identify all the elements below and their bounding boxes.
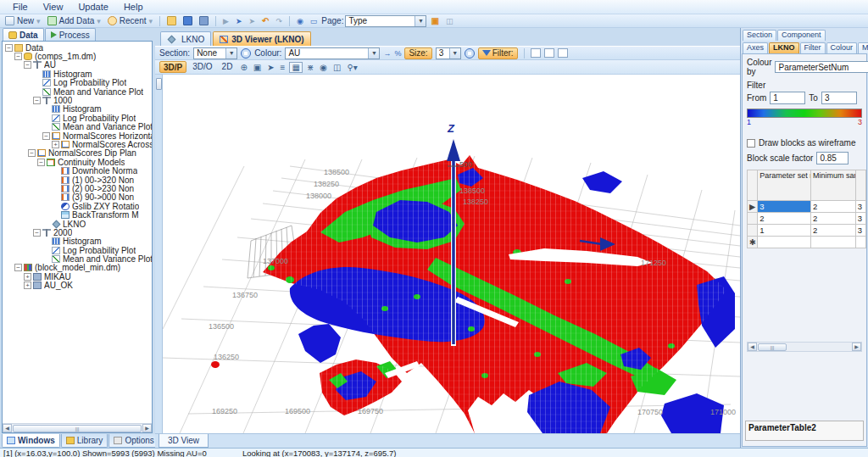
- tree-item-au[interactable]: −AU: [3, 61, 152, 70]
- cell[interactable]: 3: [855, 225, 865, 237]
- colour-input[interactable]: [286, 48, 368, 58]
- open-button[interactable]: [164, 15, 179, 27]
- mode-2d[interactable]: 2D: [219, 61, 236, 73]
- menu-view[interactable]: View: [36, 1, 71, 13]
- tab-section[interactable]: Section: [743, 30, 776, 41]
- cell[interactable]: 2: [811, 213, 856, 225]
- page-type-input[interactable]: [346, 16, 415, 25]
- tree-item-continuity-models[interactable]: −Continuity Models: [3, 158, 152, 166]
- select-button[interactable]: ➤: [233, 15, 245, 27]
- row-selector-icon[interactable]: ▶: [748, 201, 758, 213]
- strip-collapse-button[interactable]: [156, 78, 162, 90]
- collapse-icon[interactable]: −: [5, 44, 13, 52]
- block-scale-input[interactable]: [816, 152, 849, 164]
- tree-item-1000-logprob[interactable]: Log Probability Plot: [3, 114, 152, 122]
- size-chip[interactable]: Size:: [404, 47, 431, 59]
- measure-icon[interactable]: ≡: [279, 63, 287, 72]
- tree-item-downhole-normal[interactable]: Downhole Norma: [3, 166, 152, 175]
- tree-item-1000[interactable]: −1000: [3, 96, 152, 104]
- tab-lkno-props[interactable]: LKNO: [769, 42, 799, 53]
- tree-item-variogram-3[interactable]: (3) 90->000 Non: [3, 193, 152, 202]
- window-icon[interactable]: ◫: [331, 63, 342, 72]
- tree-item-block-model[interactable]: −(block_model_min.dm): [3, 264, 152, 272]
- pan-icon[interactable]: ⊕: [238, 63, 248, 72]
- axes-icon[interactable]: ⋇: [305, 63, 315, 72]
- chevron-down-icon[interactable]: ▼: [225, 48, 236, 59]
- tab-lkno[interactable]: LKNO: [160, 31, 211, 46]
- mode-3d-ortho[interactable]: 3D/O: [189, 61, 215, 73]
- cell[interactable]: 2: [758, 213, 811, 225]
- scroll-left-icon[interactable]: ◀: [3, 424, 12, 432]
- tab-data[interactable]: Data: [3, 28, 44, 41]
- select-tool-icon[interactable]: ➤: [265, 63, 275, 72]
- scroll-right-icon[interactable]: ▶: [852, 343, 861, 351]
- collapse-icon[interactable]: −: [14, 53, 22, 60]
- tree-item-1000-histogram[interactable]: Histogram: [3, 105, 152, 114]
- tab-3d-view[interactable]: 3D View: [159, 434, 209, 448]
- tab-filter[interactable]: Filter: [800, 42, 826, 53]
- zoom-window-icon[interactable]: ▣: [252, 63, 263, 72]
- tab-axes[interactable]: Axes: [743, 42, 768, 53]
- menu-update[interactable]: Update: [70, 1, 115, 13]
- window-split-button[interactable]: ◫: [443, 15, 456, 27]
- cell[interactable]: [811, 237, 856, 248]
- size-combo[interactable]: ▼: [436, 47, 461, 59]
- scrollbar-thumb[interactable]: |||: [13, 425, 142, 432]
- expand-icon[interactable]: +: [24, 281, 31, 289]
- scroll-left-icon[interactable]: ◀: [748, 343, 757, 351]
- collapse-icon[interactable]: −: [33, 97, 41, 104]
- chevron-down-icon[interactable]: ▼: [415, 16, 426, 26]
- zoom-page-button[interactable]: ◉: [294, 15, 306, 27]
- run-button[interactable]: ▶: [220, 15, 231, 27]
- scrollbar-thumb[interactable]: |||: [758, 343, 787, 351]
- design-view-button[interactable]: ▭: [308, 15, 320, 27]
- tree-item-mikau[interactable]: +MIKAU: [3, 272, 152, 281]
- colour-by-combo[interactable]: ▼: [775, 61, 868, 73]
- layout-button[interactable]: ▣: [428, 15, 441, 27]
- percent-icon[interactable]: %: [394, 49, 401, 58]
- lightbulb-icon[interactable]: ⚲▾: [345, 63, 359, 72]
- menu-help[interactable]: Help: [116, 1, 151, 13]
- tree-item-au-meanvar[interactable]: Mean and Variance Plot: [3, 87, 152, 96]
- col-parameter-set-number[interactable]: Parameter set number: [758, 170, 811, 201]
- cell[interactable]: [855, 237, 865, 248]
- clip-plane-button-3[interactable]: [558, 48, 568, 58]
- tree-item-variogram-2[interactable]: (2) 00->230 Non: [3, 184, 152, 192]
- filter-chip[interactable]: Filter:: [478, 47, 518, 59]
- tree-item-gslib-zxy-rotation[interactable]: Gslib ZXY Rotatio: [3, 202, 152, 210]
- collapse-icon[interactable]: −: [28, 149, 36, 157]
- redo-button[interactable]: ↷: [273, 15, 285, 27]
- chevron-down-icon[interactable]: ▼: [368, 48, 379, 59]
- expand-icon[interactable]: +: [24, 273, 31, 281]
- add-data-button[interactable]: Add Data▾: [45, 15, 103, 27]
- cell[interactable]: 2: [811, 225, 856, 237]
- tree-item-variogram-1[interactable]: (1) 00->320 Non: [3, 176, 152, 184]
- page-type-combo[interactable]: ▼: [345, 15, 426, 27]
- filter-from-input[interactable]: [770, 92, 805, 104]
- tree-item-2000-logprob[interactable]: Log Probability Plot: [3, 246, 152, 254]
- expand-icon[interactable]: +: [52, 141, 59, 148]
- tree-item-normalscores-horizontal[interactable]: −NormalScores Horizontal (32: [3, 131, 152, 140]
- select-alt-button[interactable]: ➤: [246, 15, 258, 27]
- new-row-icon[interactable]: ✱: [748, 237, 758, 248]
- recent-button[interactable]: Recent▾: [105, 15, 155, 27]
- tab-library[interactable]: Library: [61, 434, 108, 448]
- cell[interactable]: [758, 237, 811, 248]
- col-cropped[interactable]: [855, 170, 865, 201]
- cell[interactable]: 2: [811, 201, 856, 213]
- tree-item-2000[interactable]: −2000: [3, 228, 152, 237]
- collapse-icon[interactable]: −: [14, 264, 22, 271]
- 3d-viewport[interactable]: Z 500 138500 138250 138000 138500 138250…: [163, 75, 740, 433]
- tree-item-normalscores-dip-plane[interactable]: −NormalScores Dip Plan: [3, 149, 152, 158]
- scroll-right-icon[interactable]: ▶: [142, 424, 152, 432]
- chevron-down-icon[interactable]: ▼: [449, 48, 460, 59]
- tree-item-2000-histogram[interactable]: Histogram: [3, 237, 152, 246]
- cell[interactable]: 1: [758, 225, 811, 237]
- cell[interactable]: 3: [758, 201, 811, 213]
- mode-3d-perspective[interactable]: 3D/P: [159, 61, 186, 73]
- collapse-icon[interactable]: −: [42, 132, 50, 140]
- tree-item-au-histogram[interactable]: Histogram: [3, 70, 152, 78]
- tree-item-1000-meanvar[interactable]: Mean and Variance Plot: [3, 123, 152, 131]
- section-combo[interactable]: ▼: [193, 47, 237, 59]
- menu-file[interactable]: File: [5, 1, 36, 13]
